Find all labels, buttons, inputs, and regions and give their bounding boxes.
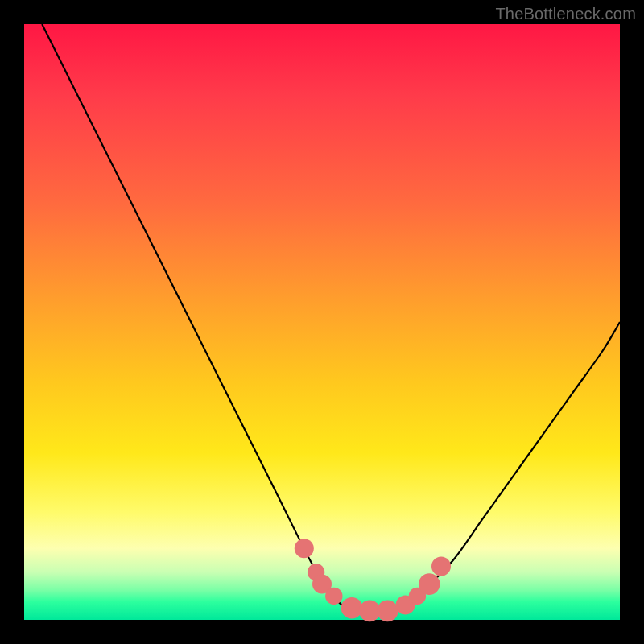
bottleneck-curve xyxy=(42,24,620,615)
curve-marker xyxy=(377,601,398,622)
curve-marker xyxy=(431,556,451,576)
curve-markers xyxy=(295,539,451,621)
chart-svg xyxy=(24,24,620,620)
curve-marker xyxy=(341,597,363,619)
curve-marker xyxy=(295,539,314,558)
chart-frame: TheBottleneck.com xyxy=(0,0,644,644)
watermark-text: TheBottleneck.com xyxy=(495,5,636,23)
plot-area xyxy=(24,24,620,620)
curve-marker xyxy=(325,588,342,605)
curve-marker xyxy=(419,573,440,595)
